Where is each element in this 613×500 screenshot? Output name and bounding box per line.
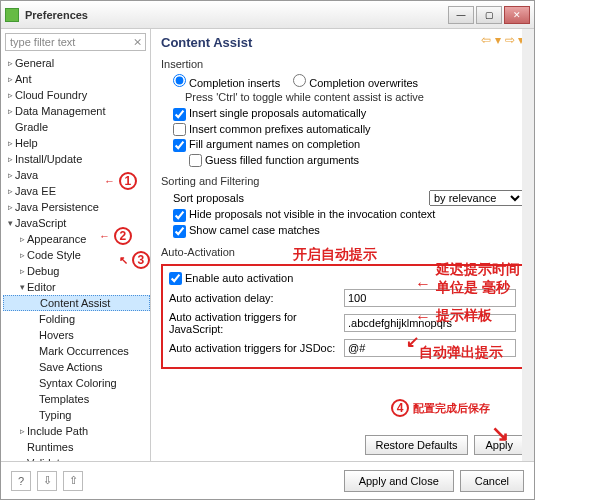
window-title: Preferences: [25, 9, 446, 21]
tree-item[interactable]: ▹Java EE: [3, 183, 150, 199]
expand-icon[interactable]: ▹: [17, 250, 27, 260]
expand-icon[interactable]: ▹: [17, 266, 27, 276]
insert-prefix-checkbox[interactable]: Insert common prefixes automatically: [173, 123, 524, 137]
tree-item[interactable]: ▾Editor: [3, 279, 150, 295]
sort-proposals-label: Sort proposals: [173, 192, 244, 204]
tree-item[interactable]: Save Actions: [3, 359, 150, 375]
expand-icon[interactable]: ▹: [5, 170, 15, 180]
import-icon[interactable]: ⇩: [37, 471, 57, 491]
tree-item[interactable]: Gradle: [3, 119, 150, 135]
expand-icon[interactable]: ▹: [5, 154, 15, 164]
minimize-button[interactable]: ―: [448, 6, 474, 24]
completion-overwrites-radio[interactable]: Completion overwrites: [293, 77, 418, 89]
expand-icon[interactable]: ▹: [17, 234, 27, 244]
expand-icon[interactable]: ▹: [5, 138, 15, 148]
nav-buttons: ⇦ ▾ ⇨ ▾: [481, 33, 524, 47]
dialog-bottom-bar: ? ⇩ ⇧ Apply and Close Cancel: [1, 461, 534, 499]
camel-case-checkbox[interactable]: Show camel case matches: [173, 224, 524, 238]
completion-inserts-radio[interactable]: Completion inserts: [173, 77, 280, 89]
tree-item-label: Include Path: [27, 425, 88, 437]
preferences-tree[interactable]: ▹General▹Ant▹Cloud Foundry▹Data Manageme…: [1, 55, 150, 461]
tree-item[interactable]: ▹Data Management: [3, 103, 150, 119]
tree-item[interactable]: ▹Validator: [3, 455, 150, 461]
scrollbar[interactable]: [522, 29, 534, 461]
tree-item[interactable]: ▹General: [3, 55, 150, 71]
insert-single-checkbox[interactable]: Insert single proposals automatically: [173, 107, 524, 121]
expand-icon[interactable]: ▹: [5, 74, 15, 84]
insertion-section-label: Insertion: [161, 58, 524, 70]
tree-item[interactable]: Folding: [3, 311, 150, 327]
sidebar: type filter text ⨯ ▹General▹Ant▹Cloud Fo…: [1, 29, 151, 461]
tree-item-label: Hovers: [39, 329, 74, 341]
app-icon: [5, 8, 19, 22]
tree-item-label: JavaScript: [15, 217, 66, 229]
tree-item[interactable]: ▹Java: [3, 167, 150, 183]
tree-item-label: Runtimes: [27, 441, 73, 453]
tree-item[interactable]: Templates: [3, 391, 150, 407]
tree-item[interactable]: ▹Ant: [3, 71, 150, 87]
tree-item[interactable]: Runtimes: [3, 439, 150, 455]
expand-icon[interactable]: ▹: [17, 426, 27, 436]
filter-input[interactable]: type filter text ⨯: [5, 33, 146, 51]
help-icon[interactable]: ?: [11, 471, 31, 491]
expand-icon[interactable]: ▾: [5, 218, 15, 228]
restore-defaults-button[interactable]: Restore Defaults: [365, 435, 469, 455]
tree-item-label: Mark Occurrences: [39, 345, 129, 357]
tree-item[interactable]: ▹Cloud Foundry: [3, 87, 150, 103]
auto-activation-group: Enable auto activation Auto activation d…: [161, 264, 524, 370]
tree-item-label: Syntax Coloring: [39, 377, 117, 389]
sort-proposals-select[interactable]: by relevance: [429, 190, 524, 206]
apply-and-close-button[interactable]: Apply and Close: [344, 470, 454, 492]
tree-item[interactable]: ▹Install/Update: [3, 151, 150, 167]
apply-button[interactable]: Apply: [474, 435, 524, 455]
tree-item[interactable]: ▹Appearance: [3, 231, 150, 247]
tree-item[interactable]: ▾JavaScript: [3, 215, 150, 231]
tree-item-label: Appearance: [27, 233, 86, 245]
tree-item-label: Java EE: [15, 185, 56, 197]
tree-item-label: Editor: [27, 281, 56, 293]
hide-proposals-checkbox[interactable]: Hide proposals not visible in the invoca…: [173, 208, 524, 222]
expand-icon[interactable]: ▹: [5, 202, 15, 212]
tree-item-label: Gradle: [15, 121, 48, 133]
fill-argument-checkbox[interactable]: Fill argument names on completion: [173, 138, 524, 152]
js-triggers-input[interactable]: [344, 314, 516, 332]
tree-item[interactable]: ▹Debug: [3, 263, 150, 279]
tree-item[interactable]: ▹Help: [3, 135, 150, 151]
jsdoc-triggers-input[interactable]: [344, 339, 516, 357]
filter-placeholder: type filter text: [10, 36, 75, 48]
tree-item[interactable]: ▹Include Path: [3, 423, 150, 439]
tree-item-label: Content Assist: [40, 297, 110, 309]
content-panel: Content Assist ⇦ ▾ ⇨ ▾ Insertion Complet…: [151, 29, 534, 461]
tree-item[interactable]: Typing: [3, 407, 150, 423]
tree-item-label: Typing: [39, 409, 71, 421]
tree-item[interactable]: Hovers: [3, 327, 150, 343]
maximize-button[interactable]: ▢: [476, 6, 502, 24]
expand-icon[interactable]: ▹: [5, 90, 15, 100]
tree-item[interactable]: ▹Code Style: [3, 247, 150, 263]
guess-argument-checkbox[interactable]: Guess filled function arguments: [189, 154, 524, 168]
tree-item-label: Code Style: [27, 249, 81, 261]
preferences-window: Preferences ― ▢ ✕ type filter text ⨯ ▹Ge…: [0, 0, 535, 500]
tree-item-label: Data Management: [15, 105, 106, 117]
back-icon[interactable]: ⇦ ▾: [481, 33, 500, 47]
js-triggers-label: Auto activation triggers for JavaScript:: [169, 311, 344, 335]
tree-item-label: Ant: [15, 73, 32, 85]
tree-item[interactable]: ▹Java Persistence: [3, 199, 150, 215]
expand-icon[interactable]: ▹: [5, 58, 15, 68]
enable-auto-activation-checkbox[interactable]: Enable auto activation: [169, 272, 516, 286]
tree-item[interactable]: Content Assist: [3, 295, 150, 311]
expand-icon[interactable]: ▹: [5, 186, 15, 196]
tree-item-label: Debug: [27, 265, 59, 277]
close-button[interactable]: ✕: [504, 6, 530, 24]
expand-icon[interactable]: ▾: [17, 282, 27, 292]
tree-item[interactable]: Syntax Coloring: [3, 375, 150, 391]
tree-item-label: Help: [15, 137, 38, 149]
export-icon[interactable]: ⇧: [63, 471, 83, 491]
tree-item-label: Java Persistence: [15, 201, 99, 213]
delay-input[interactable]: [344, 289, 516, 307]
clear-filter-icon[interactable]: ⨯: [133, 36, 142, 49]
cancel-button[interactable]: Cancel: [460, 470, 524, 492]
expand-icon[interactable]: ▹: [5, 106, 15, 116]
expand-icon[interactable]: ▹: [17, 458, 27, 461]
tree-item[interactable]: Mark Occurrences: [3, 343, 150, 359]
